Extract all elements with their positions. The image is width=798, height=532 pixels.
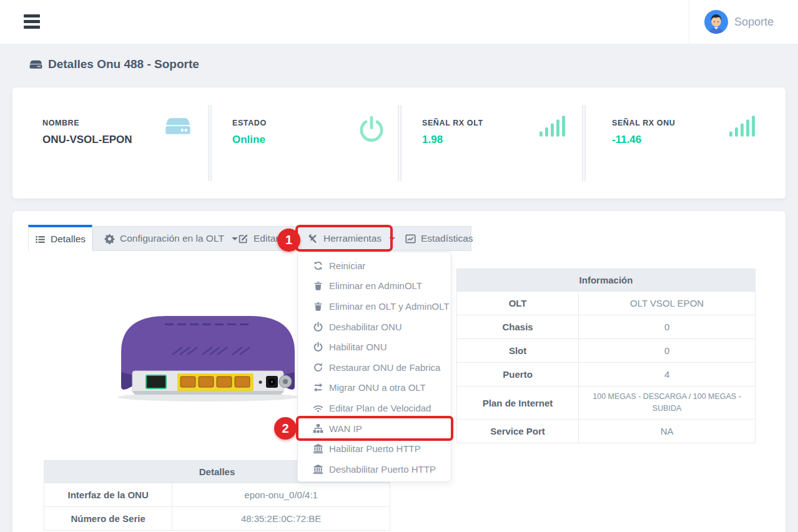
tab-label: Configuración en la OLT — [120, 233, 224, 244]
navbar-divider — [689, 0, 689, 44]
trash-icon — [313, 280, 323, 291]
row-value: NA — [579, 420, 755, 443]
tab-configuracion-olt[interactable]: Configuración en la OLT — [104, 227, 238, 250]
table-row: OLT OLT VSOL EPON — [456, 292, 756, 315]
bank-icon — [313, 443, 323, 454]
menu-item-label: Habilitar Puerto HTTP — [329, 443, 421, 454]
avatar[interactable] — [704, 10, 728, 34]
menu-item-label: Deshabilitar Puerto HTTP — [329, 464, 436, 475]
table-row: Número de Serie 48:35:2E:0C:72:BE — [44, 507, 390, 531]
table-row: Service Port NA — [456, 420, 756, 443]
info-table-title: Información — [456, 268, 756, 292]
row-value: 48:35:2E:0C:72:BE — [172, 507, 390, 530]
menu-item-eliminar-olt-adminolt[interactable]: Eliminar en OLT y AdminOLT — [298, 296, 451, 317]
menu-item-label: Eliminar en OLT y AdminOLT — [329, 301, 450, 312]
row-label: Service Port — [457, 420, 579, 443]
menu-item-deshabilitar-onu[interactable]: Deshabilitar ONU — [298, 317, 451, 337]
table-row: Slot 0 — [456, 339, 756, 363]
table-row: Interfaz de la ONU epon-onu_0/0/4:1 — [44, 483, 390, 507]
trash-icon — [313, 301, 323, 312]
row-label: Puerto — [457, 363, 579, 386]
info-table: Información OLT OLT VSOL EPON Chasis 0 S… — [456, 268, 756, 443]
tab-label: Detalles — [51, 234, 86, 245]
signal-icon — [729, 115, 756, 140]
stat-label: NOMBRE — [42, 119, 132, 127]
divider — [582, 105, 586, 181]
herramientas-dropdown-menu: Reiniciar Eliminar en AdminOLT Eliminar … — [297, 252, 451, 482]
menu-item-label: Reiniciar — [329, 260, 365, 271]
divider — [398, 105, 402, 181]
status-card: NOMBRE ONU-VSOL-EPON ESTADO Online SEÑAL… — [12, 87, 786, 199]
row-value: 4 — [579, 363, 755, 386]
modem-icon — [29, 59, 42, 71]
stat-value: 1.98 — [422, 134, 483, 146]
gear-icon — [104, 234, 115, 244]
stat-label: ESTADO — [232, 119, 267, 127]
modem-icon — [165, 115, 191, 140]
menu-item-habilitar-http[interactable]: Habilitar Puerto HTTP — [298, 438, 451, 459]
page-title: Detalles Onu 488 - Soporte — [29, 57, 199, 71]
stat-label: SEÑAL RX OLT — [422, 119, 483, 127]
row-label: Slot — [457, 339, 579, 362]
wifi-icon — [313, 403, 323, 413]
stat-nombre: NOMBRE ONU-VSOL-EPON — [42, 119, 132, 146]
tab-detalles[interactable]: Detalles — [28, 225, 92, 251]
menu-item-editar-plan[interactable]: Editar Plan de Velocidad — [298, 398, 451, 418]
table-row: Plan de Internet 100 MEGAS - DESCARGA / … — [456, 387, 756, 420]
bank-icon — [313, 464, 323, 475]
menu-item-migrar-onu[interactable]: Migrar ONU a otra OLT — [298, 378, 451, 398]
stat-value: Online — [232, 134, 267, 146]
tab-editar[interactable]: Editar — [238, 227, 279, 250]
row-label: OLT — [457, 292, 579, 315]
menu-item-label: Migrar ONU a otra OLT — [329, 382, 426, 393]
row-value: 0 — [579, 315, 755, 338]
redo-icon — [313, 362, 323, 373]
row-label: Número de Serie — [44, 507, 172, 530]
row-value: 100 MEGAS - DESCARGA / 100 MEGAS - SUBID… — [579, 387, 755, 419]
menu-item-eliminar-adminolt[interactable]: Eliminar en AdminOLT — [298, 276, 451, 297]
annotation-box-wan-ip — [296, 416, 453, 441]
annotation-box-herramientas — [295, 225, 393, 252]
annotation-badge-1: 1 — [277, 229, 300, 252]
tab-label: Estadísticas — [421, 233, 473, 244]
divider — [208, 105, 212, 181]
row-value: 0 — [579, 339, 755, 362]
row-value: epon-onu_0/0/4:1 — [172, 483, 390, 506]
caret-down-icon — [232, 237, 238, 240]
menu-item-habilitar-onu[interactable]: Habilitar ONU — [298, 337, 451, 357]
row-value: OLT VSOL EPON — [579, 292, 755, 315]
power-icon — [357, 115, 386, 146]
menu-item-label: Editar Plan de Velocidad — [329, 403, 431, 413]
menu-item-label: Deshabilitar ONU — [329, 322, 402, 332]
row-label: Interfaz de la ONU — [44, 483, 172, 506]
page-title-text: Detalles Onu 488 - Soporte — [48, 57, 199, 71]
onu-photo — [107, 311, 308, 405]
stat-rx-onu: SEÑAL RX ONU -11.46 — [612, 119, 675, 146]
user-name[interactable]: Soporte — [734, 0, 774, 44]
annotation-badge-2: 2 — [274, 417, 297, 440]
edit-icon — [238, 234, 249, 244]
top-navbar: Soporte — [0, 0, 798, 44]
sync-icon — [313, 260, 323, 271]
tab-estadisticas[interactable]: Estadísticas — [405, 227, 473, 250]
table-row: Chasis 0 — [456, 315, 756, 339]
row-label: Plan de Internet — [457, 387, 579, 419]
screen: Soporte Detalles Onu 488 - Soporte NOMBR… — [0, 0, 798, 532]
menu-item-label: Habilitar ONU — [329, 342, 387, 352]
power-icon — [313, 322, 323, 332]
menu-toggle-icon[interactable] — [24, 14, 40, 29]
chart-icon — [405, 234, 416, 244]
stat-rx-olt: SEÑAL RX OLT 1.98 — [422, 119, 483, 146]
list-icon — [35, 234, 46, 245]
menu-item-deshabilitar-http[interactable]: Deshabilitar Puerto HTTP — [298, 459, 451, 480]
exchange-icon — [313, 382, 323, 393]
menu-item-label: Restaurar ONU de Fabrica — [329, 362, 440, 373]
stat-label: SEÑAL RX ONU — [612, 119, 675, 127]
signal-icon — [539, 115, 566, 140]
menu-item-restaurar-fabrica[interactable]: Restaurar ONU de Fabrica — [298, 357, 451, 378]
stat-value: -11.46 — [612, 134, 675, 146]
menu-item-reiniciar[interactable]: Reiniciar — [298, 255, 451, 276]
stat-estado: ESTADO Online — [232, 119, 267, 146]
power-icon — [313, 342, 323, 352]
menu-item-label: Eliminar en AdminOLT — [329, 280, 422, 291]
